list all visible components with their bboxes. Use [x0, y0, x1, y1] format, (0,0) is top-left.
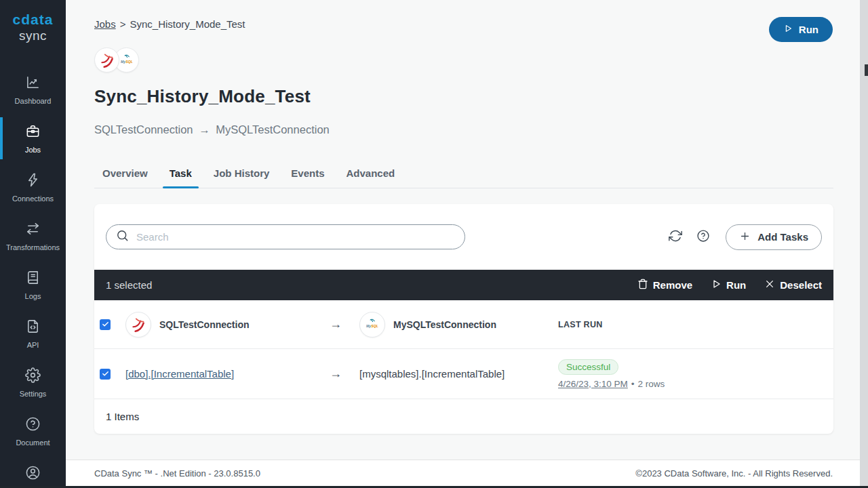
breadcrumb-current: Sync_History_Mode_Test — [130, 18, 245, 30]
tasks-card: Add Tasks 1 selected Remove Run Deselect — [94, 204, 833, 434]
sidebar-item-label: Document — [16, 439, 50, 447]
sidebar-item-logs[interactable]: Logs — [0, 260, 66, 309]
sidebar-item-settings[interactable]: Settings — [0, 358, 66, 407]
play-icon — [783, 24, 793, 35]
sidebar-item-connections[interactable]: Connections — [0, 163, 66, 211]
page-scrollbar-track[interactable] — [860, 0, 868, 488]
row-arrow: → — [322, 367, 349, 381]
check-icon — [102, 368, 109, 380]
last-run-meta: 4/26/23, 3:10 PM • 2 rows — [558, 379, 665, 389]
sidebar: cdata sync Dashboard Jobs Connections Tr… — [0, 0, 66, 488]
breadcrumb: Jobs>Sync_History_Mode_Test — [66, 0, 868, 30]
table-row-task: [dbo].[IncrementalTable] → [mysqltables]… — [94, 349, 833, 399]
sidebar-item-label: Jobs — [25, 146, 41, 154]
line-chart-icon — [25, 75, 41, 93]
logo-product-text: sync — [0, 28, 66, 43]
sidebar-item-transformations[interactable]: Transformations — [0, 211, 66, 260]
connection-avatars: MySQL — [66, 30, 868, 73]
page-scrollbar-thumb[interactable] — [865, 64, 868, 76]
remove-label: Remove — [653, 279, 692, 291]
add-tasks-label: Add Tasks — [757, 231, 808, 243]
sidebar-item-label: Logs — [25, 292, 41, 300]
app-footer: CData Sync ™ - .Net Edition - 23.0.8515.… — [66, 460, 868, 486]
task-row-checkbox[interactable] — [100, 369, 111, 380]
sidebar-item-admin[interactable]: admin — [0, 455, 66, 488]
run-job-button[interactable]: Run — [769, 17, 833, 42]
sqlserver-logo-icon — [94, 47, 119, 73]
sidebar-item-label: Connections — [12, 195, 54, 203]
job-tabs: Overview Task Job History Events Advance… — [94, 167, 833, 188]
tab-task[interactable]: Task — [163, 167, 199, 188]
plus-icon — [739, 230, 751, 244]
selection-bar: 1 selected Remove Run Deselect — [94, 270, 833, 300]
table-row-connections: SQLTestConnection → MySQL MySQLTestConne… — [94, 300, 833, 349]
help-circle-icon — [25, 416, 41, 434]
tasks-toolbar: Add Tasks — [94, 204, 833, 270]
source-connection-label: SQLTestConnection — [159, 319, 249, 330]
sidebar-item-jobs[interactable]: Jobs — [0, 114, 66, 163]
last-run-column-header: LAST RUN — [549, 320, 833, 329]
lightning-icon — [25, 172, 41, 190]
job-connection-summary: SQLTestConnection → MySQLTestConnection — [66, 107, 868, 136]
task-status-cell: Successful 4/26/23, 3:10 PM • 2 rows — [549, 359, 833, 389]
row-arrow: → — [322, 317, 349, 331]
deselect-button[interactable]: Deselect — [764, 279, 822, 291]
breadcrumb-separator: > — [120, 18, 126, 30]
destination-connection-cell: MySQL MySQLTestConnection — [349, 312, 549, 338]
row-count-label: 2 rows — [638, 379, 665, 389]
tab-events[interactable]: Events — [284, 167, 331, 188]
select-all-checkbox[interactable] — [100, 319, 111, 330]
search-box — [106, 224, 465, 249]
flow-arrow: → — [199, 123, 210, 136]
sqlserver-logo-icon — [125, 312, 151, 338]
gear-icon — [25, 367, 41, 386]
selection-actions: Remove Run Deselect — [637, 279, 822, 291]
search-input[interactable] — [136, 231, 455, 243]
destination-connection-name: MySQLTestConnection — [216, 123, 330, 136]
briefcase-icon — [25, 123, 41, 142]
tab-advanced[interactable]: Advanced — [340, 167, 402, 188]
tab-overview[interactable]: Overview — [96, 167, 155, 188]
tab-job-history[interactable]: Job History — [207, 167, 277, 188]
source-connection-name: SQLTestConnection — [94, 123, 193, 136]
sidebar-nav: Dashboard Jobs Connections Transformatio… — [0, 65, 66, 488]
svg-text:MySQL: MySQL — [366, 323, 378, 327]
play-icon — [711, 279, 722, 291]
footer-copyright-text: ©2023 CData Software, Inc. - All Rights … — [635, 468, 833, 479]
help-button[interactable] — [696, 229, 710, 245]
last-run-time-link[interactable]: 4/26/23, 3:10 PM — [558, 379, 628, 389]
check-icon — [102, 319, 109, 331]
sidebar-item-dashboard[interactable]: Dashboard — [0, 65, 66, 114]
source-connection-cell: SQLTestConnection — [124, 312, 322, 338]
run-button-label: Run — [799, 24, 818, 35]
sidebar-item-label: Transformations — [6, 243, 60, 251]
destination-connection-label: MySQLTestConnection — [393, 319, 496, 330]
sidebar-item-label: Settings — [20, 390, 47, 398]
destination-table-label: [mysqltables].[IncrementalTable] — [359, 368, 505, 380]
status-badge: Successful — [558, 359, 618, 375]
sidebar-item-document[interactable]: Document — [0, 407, 66, 455]
refresh-icon — [669, 229, 682, 245]
source-table-link[interactable]: [dbo].[IncrementalTable] — [125, 368, 234, 380]
trash-icon — [637, 279, 648, 291]
footer-version-text: CData Sync ™ - .Net Edition - 23.0.8515.… — [94, 468, 260, 479]
deselect-label: Deselect — [780, 279, 822, 291]
main-content: Jobs>Sync_History_Mode_Test Run MySQL Sy… — [66, 0, 868, 488]
row-checkbox-cell — [94, 319, 124, 330]
breadcrumb-jobs-link[interactable]: Jobs — [94, 18, 116, 30]
toolbar-actions: Add Tasks — [669, 224, 822, 250]
remove-selected-button[interactable]: Remove — [637, 279, 692, 291]
source-table-cell: [dbo].[IncrementalTable] — [124, 368, 322, 380]
book-icon — [25, 270, 41, 288]
page-title: Sync_History_Mode_Test — [66, 73, 868, 107]
logo-brand-text: cdata — [0, 12, 66, 28]
user-circle-icon — [25, 465, 41, 483]
refresh-button[interactable] — [669, 229, 682, 245]
file-code-icon — [25, 319, 41, 337]
sidebar-item-api[interactable]: API — [0, 309, 66, 358]
run-selected-button[interactable]: Run — [711, 279, 746, 291]
add-tasks-button[interactable]: Add Tasks — [726, 224, 822, 250]
items-summary: 1 Items — [94, 399, 833, 434]
selection-count: 1 selected — [106, 279, 152, 291]
cdata-sync-logo[interactable]: cdata sync — [0, 0, 66, 43]
